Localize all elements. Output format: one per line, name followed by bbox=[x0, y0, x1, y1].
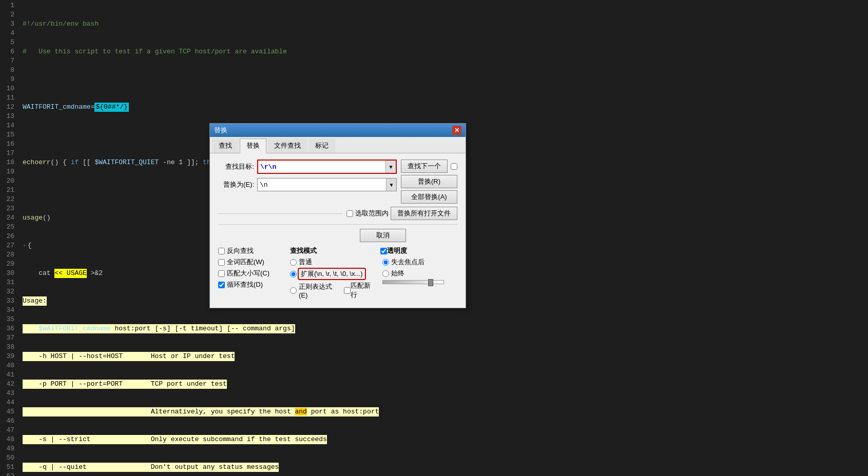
mode-regex-row: 正则表达式(E) 匹配新行 bbox=[290, 281, 376, 300]
mode-regex-radio[interactable] bbox=[290, 287, 297, 294]
replace-all-button[interactable]: 全部替换(A) bbox=[401, 190, 457, 204]
replace-button[interactable]: 普换(R) bbox=[401, 175, 457, 188]
dialog-titlebar: 替换 ✕ bbox=[210, 124, 466, 137]
code-line-16: -s | --strict Only execute subcommand if… bbox=[23, 435, 868, 444]
replace-dialog: 替换 ✕ 查找 替换 文件查找 标记 查找目标: ▼ bbox=[209, 123, 466, 308]
mode-extended-radio[interactable] bbox=[290, 271, 297, 277]
lose-focus-row: 失去焦点后 bbox=[382, 257, 457, 267]
always-radio[interactable] bbox=[382, 270, 389, 277]
transparency-slider[interactable] bbox=[382, 280, 444, 284]
top-buttons: 查找下一个 普换(R) 全部替换(A) bbox=[401, 160, 457, 204]
replace-label: 普换为(E): bbox=[218, 180, 254, 189]
find-label: 查找目标: bbox=[218, 162, 254, 171]
match-newline-checkbox[interactable] bbox=[344, 287, 351, 294]
transparency-checkbox[interactable] bbox=[380, 248, 387, 254]
mode-extended-label: 扩展(\n, \r, \t, \0, \x...) bbox=[299, 269, 365, 279]
tab-find[interactable]: 查找 bbox=[212, 138, 239, 153]
code-line-3 bbox=[23, 75, 868, 84]
replace-input-wrap: ▼ bbox=[257, 178, 397, 191]
whole-word-checkbox[interactable] bbox=[218, 259, 225, 266]
dialog-tabs: 查找 替换 文件查找 标记 bbox=[210, 137, 466, 153]
match-case-label: 匹配大小写(C) bbox=[227, 269, 269, 278]
options-section: 反向查找 全词匹配(W) 匹配大小写(C) 循环查找(D) bbox=[218, 246, 457, 302]
code-line-1: #!/usr/bin/env bash bbox=[23, 19, 868, 29]
lose-focus-label: 失去焦点后 bbox=[391, 257, 425, 267]
mode-normal-label: 普通 bbox=[299, 257, 312, 267]
match-case-checkbox[interactable] bbox=[218, 270, 225, 277]
transparency-label: 透明度 bbox=[387, 246, 407, 255]
code-line-2: # Use this script to test if a given TCP… bbox=[23, 47, 868, 56]
tab-replace[interactable]: 替换 bbox=[240, 138, 266, 153]
dialog-body: 查找目标: ▼ 普换为(E): ▼ bbox=[210, 153, 466, 308]
replace-row: 普换为(E): ▼ bbox=[218, 178, 397, 191]
code-line-13: -h HOST | --host=HOST Host or IP under t… bbox=[23, 352, 868, 361]
match-case-row: 匹配大小写(C) bbox=[218, 269, 290, 278]
reverse-find-label: 反向查找 bbox=[227, 246, 254, 255]
find-input-wrap: ▼ bbox=[257, 160, 397, 174]
cancel-button[interactable]: 取消 bbox=[360, 229, 406, 242]
mode-normal-radio[interactable] bbox=[290, 259, 297, 266]
mode-regex-label: 正则表达式(E) bbox=[299, 282, 340, 299]
loop-find-checkbox[interactable] bbox=[218, 282, 225, 288]
find-next-checkbox[interactable] bbox=[451, 163, 457, 170]
loop-find-label: 循环查找(D) bbox=[227, 280, 263, 289]
always-label: 始终 bbox=[391, 269, 404, 278]
whole-word-row: 全词匹配(W) bbox=[218, 257, 290, 267]
find-input[interactable] bbox=[258, 161, 396, 173]
find-row: 查找目标: ▼ bbox=[218, 160, 397, 174]
dialog-close-button[interactable]: ✕ bbox=[452, 126, 461, 135]
whole-word-label: 全词匹配(W) bbox=[227, 257, 264, 267]
find-dropdown-arrow[interactable]: ▼ bbox=[385, 161, 396, 173]
replace-all-files-button[interactable]: 普换所有打开文件 bbox=[391, 207, 457, 220]
tab-mark[interactable]: 标记 bbox=[308, 138, 335, 153]
transparency-section: 透明度 失去焦点后 始终 bbox=[380, 246, 457, 302]
tab-file-find[interactable]: 文件查找 bbox=[267, 138, 307, 153]
selection-range-row: 选取范围内 普换所有打开文件 bbox=[218, 207, 457, 220]
reverse-find-checkbox[interactable] bbox=[218, 248, 225, 254]
code-line-12: $WAITFORIT_cmdname host:port [-s] [-t ti… bbox=[23, 324, 868, 333]
replace-input[interactable] bbox=[258, 179, 396, 191]
mode-normal-row: 普通 bbox=[290, 257, 376, 267]
transparency-title-row: 透明度 bbox=[380, 246, 457, 255]
find-next-row: 查找下一个 bbox=[401, 160, 457, 173]
mode-label: 查找模式 bbox=[290, 246, 376, 255]
selection-range-checkbox[interactable] bbox=[346, 210, 353, 217]
transparency-slider-row bbox=[382, 280, 457, 284]
dialog-title: 替换 bbox=[214, 126, 227, 135]
mode-extended-row: 扩展(\n, \r, \t, \0, \x...) bbox=[290, 269, 376, 279]
code-line-17: -q | --quiet Don't output any status mes… bbox=[23, 463, 868, 472]
lose-focus-radio[interactable] bbox=[382, 259, 389, 266]
loop-find-row: 循环查找(D) bbox=[218, 280, 290, 289]
code-line-15: Alternatively, you specify the host and … bbox=[23, 407, 868, 417]
replace-dropdown-arrow[interactable]: ▼ bbox=[386, 179, 396, 191]
find-next-button[interactable]: 查找下一个 bbox=[401, 160, 448, 173]
checkboxes-section: 反向查找 全词匹配(W) 匹配大小写(C) 循环查找(D) bbox=[218, 246, 290, 302]
match-newline-label: 匹配新行 bbox=[351, 281, 376, 300]
always-row: 始终 bbox=[382, 269, 457, 278]
cancel-row: 取消 bbox=[218, 229, 457, 242]
reverse-find-row: 反向查找 bbox=[218, 246, 290, 255]
transparency-options: 失去焦点后 始终 bbox=[382, 257, 457, 284]
line-numbers: 1 2 3 4 5 6 7 8 9 10 11 12 13 14 15 16 1… bbox=[0, 0, 18, 476]
mode-section: 查找模式 普通 扩展(\n, \r, \t, \0, \x...) 正则表达式(… bbox=[290, 246, 376, 302]
code-line-4: WAITFORIT_cmdname=${0##*/} bbox=[23, 103, 868, 112]
code-line-14: -p PORT | --port=PORT TCP port under tes… bbox=[23, 380, 868, 389]
selection-range-label: 选取范围内 bbox=[355, 209, 389, 218]
slider-thumb[interactable] bbox=[428, 279, 433, 286]
